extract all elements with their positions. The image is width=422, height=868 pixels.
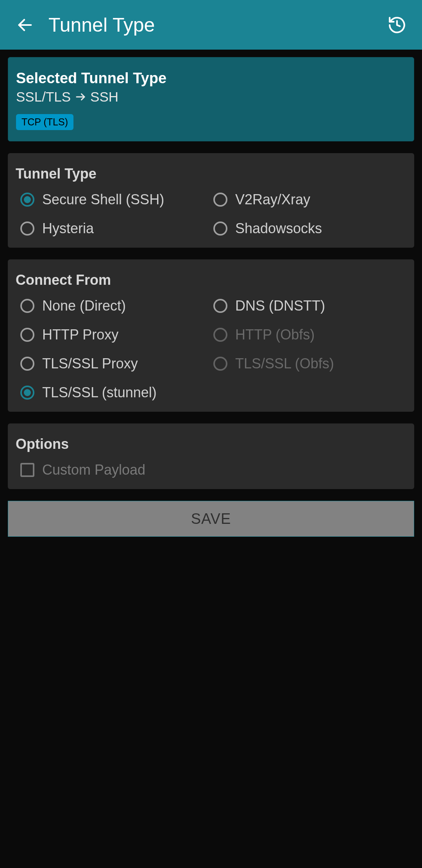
- connect-from-option[interactable]: TLS/SSL (stunnel): [20, 384, 213, 401]
- protocol-badge: TCP (TLS): [16, 114, 73, 130]
- selected-from: SSL/TLS: [16, 89, 71, 105]
- connect-from-title: Connect From: [16, 272, 406, 288]
- save-button[interactable]: SAVE: [8, 501, 414, 537]
- tunnel-type-option[interactable]: Secure Shell (SSH): [20, 191, 213, 208]
- tunnel-type-option[interactable]: Shadowsocks: [213, 220, 406, 237]
- radio-icon: [20, 386, 34, 400]
- content: Selected Tunnel Type SSL/TLS SSH TCP (TL…: [0, 50, 422, 544]
- tunnel-type-option[interactable]: V2Ray/Xray: [213, 191, 406, 208]
- radio-icon: [20, 221, 34, 236]
- radio-label: TLS/SSL (stunnel): [42, 384, 157, 401]
- radio-label: TLS/SSL (Obfs): [235, 355, 334, 372]
- custom-payload-label: Custom Payload: [42, 462, 145, 478]
- back-button[interactable]: [14, 14, 36, 36]
- radio-label: V2Ray/Xray: [235, 191, 310, 208]
- tunnel-type-options: Secure Shell (SSH)V2Ray/XrayHysteriaShad…: [16, 191, 406, 237]
- radio-icon: [213, 299, 227, 313]
- radio-icon: [20, 328, 34, 342]
- tunnel-type-section: Tunnel Type Secure Shell (SSH)V2Ray/Xray…: [8, 153, 414, 248]
- tunnel-type-option[interactable]: Hysteria: [20, 220, 213, 237]
- custom-payload-checkbox[interactable]: [20, 463, 34, 477]
- options-title: Options: [16, 436, 406, 452]
- connect-from-option[interactable]: DNS (DNSTT): [213, 298, 406, 314]
- radio-label: HTTP (Obfs): [235, 327, 315, 343]
- radio-icon: [213, 221, 227, 236]
- radio-label: None (Direct): [42, 298, 126, 314]
- connect-from-section: Connect From None (Direct)DNS (DNSTT)HTT…: [8, 259, 414, 412]
- options-section: Options Custom Payload: [8, 423, 414, 489]
- radio-label: DNS (DNSTT): [235, 298, 325, 314]
- page-title: Tunnel Type: [48, 14, 386, 36]
- connect-from-option: HTTP (Obfs): [213, 327, 406, 343]
- history-icon: [387, 15, 407, 35]
- radio-icon: [213, 357, 227, 371]
- selected-to: SSH: [90, 89, 118, 105]
- connect-from-option[interactable]: TLS/SSL Proxy: [20, 355, 213, 372]
- radio-icon: [20, 299, 34, 313]
- radio-label: TLS/SSL Proxy: [42, 355, 138, 372]
- custom-payload-checkbox-row[interactable]: Custom Payload: [16, 462, 406, 478]
- arrow-right-icon: [75, 91, 86, 103]
- connect-from-option[interactable]: None (Direct): [20, 298, 213, 314]
- connect-from-option: TLS/SSL (Obfs): [213, 355, 406, 372]
- radio-icon: [20, 193, 34, 207]
- connect-from-options: None (Direct)DNS (DNSTT)HTTP ProxyHTTP (…: [16, 298, 406, 401]
- connect-from-option[interactable]: HTTP Proxy: [20, 327, 213, 343]
- radio-label: Secure Shell (SSH): [42, 191, 164, 208]
- radio-label: Shadowsocks: [235, 220, 322, 237]
- radio-icon: [213, 193, 227, 207]
- arrow-back-icon: [16, 16, 34, 34]
- radio-icon: [213, 328, 227, 342]
- selected-tunnel-chain: SSL/TLS SSH: [16, 89, 406, 105]
- selected-tunnel-title: Selected Tunnel Type: [16, 70, 406, 87]
- radio-label: Hysteria: [42, 220, 94, 237]
- history-button[interactable]: [386, 14, 408, 36]
- selected-tunnel-card: Selected Tunnel Type SSL/TLS SSH TCP (TL…: [8, 57, 414, 141]
- appbar: Tunnel Type: [0, 0, 422, 50]
- radio-icon: [20, 357, 34, 371]
- tunnel-type-title: Tunnel Type: [16, 166, 406, 182]
- radio-label: HTTP Proxy: [42, 327, 118, 343]
